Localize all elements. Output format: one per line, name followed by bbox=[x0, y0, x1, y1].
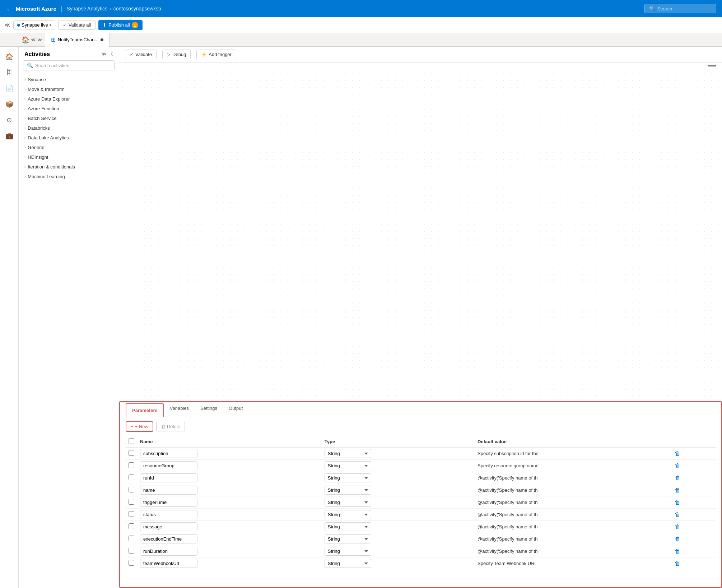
param-type-select-0[interactable]: StringIntFloatBoolArrayObjectSecureStrin… bbox=[325, 449, 371, 458]
param-name-input-5[interactable] bbox=[140, 510, 197, 519]
row-checkbox-5[interactable] bbox=[129, 511, 134, 517]
delete-row-btn-6[interactable]: 🗑 bbox=[672, 523, 683, 531]
activity-group-azure-function[interactable]: › Azure Function bbox=[19, 104, 119, 114]
delete-row-btn-3[interactable]: 🗑 bbox=[672, 486, 683, 494]
row-checkbox-7[interactable] bbox=[129, 536, 134, 541]
param-default-value-3: @activity('Specify name of th bbox=[475, 484, 669, 496]
activity-group-general[interactable]: › General bbox=[19, 143, 119, 152]
environment-selector[interactable]: Synapse live ▾ bbox=[13, 20, 55, 29]
param-name-input-6[interactable] bbox=[140, 522, 197, 531]
tab-parameters[interactable]: Parameters bbox=[126, 403, 164, 417]
param-name-input-4[interactable] bbox=[140, 498, 197, 507]
delete-row-btn-0[interactable]: 🗑 bbox=[672, 450, 683, 457]
activity-group-synapse[interactable]: › Synapse bbox=[19, 75, 119, 84]
param-type-select-1[interactable]: StringIntFloatBoolArrayObjectSecureStrin… bbox=[325, 461, 371, 470]
table-row: StringIntFloatBoolArrayObjectSecureStrin… bbox=[126, 496, 716, 509]
validate-label: Validate bbox=[135, 52, 152, 57]
database-sidebar-btn[interactable]: 🗄 bbox=[2, 65, 17, 80]
row-checkbox-3[interactable] bbox=[129, 487, 134, 492]
activity-group-data-explorer[interactable]: › Azure Data Explorer bbox=[19, 94, 119, 104]
delete-row-btn-8[interactable]: 🗑 bbox=[672, 547, 683, 555]
nav-collapse-icon[interactable]: ≪ ≫ bbox=[31, 37, 42, 42]
tab-output[interactable]: Output bbox=[223, 402, 248, 417]
param-type-select-4[interactable]: StringIntFloatBoolArrayObjectSecureStrin… bbox=[325, 498, 371, 507]
breadcrumb-synapse[interactable]: Synapse Analytics bbox=[66, 6, 107, 11]
monitor-sidebar-btn[interactable]: ⊙ bbox=[2, 113, 17, 127]
row-checkbox-0[interactable] bbox=[129, 450, 134, 456]
activity-group-batch[interactable]: › Batch Service bbox=[19, 114, 119, 123]
brand-logo: Microsoft Azure bbox=[6, 5, 56, 12]
table-row: StringIntFloatBoolArrayObjectSecureStrin… bbox=[126, 509, 716, 521]
activity-group-ml[interactable]: › Machine Learning bbox=[19, 172, 119, 181]
validate-button[interactable]: ✓ Validate bbox=[125, 50, 157, 59]
tab-variables[interactable]: Variables bbox=[164, 402, 195, 417]
param-name-input-7[interactable] bbox=[140, 534, 197, 543]
row-checkbox-1[interactable] bbox=[129, 462, 134, 468]
param-default-value-1: Specify resource group name bbox=[475, 460, 669, 472]
pipeline-canvas[interactable] bbox=[119, 62, 722, 401]
param-type-select-5[interactable]: StringIntFloatBoolArrayObjectSecureStrin… bbox=[325, 510, 371, 519]
brand-name: Microsoft Azure bbox=[16, 6, 56, 12]
param-type-select-9[interactable]: StringIntFloatBoolArrayObjectSecureStrin… bbox=[325, 559, 371, 568]
publish-count-badge: 1 bbox=[132, 22, 138, 28]
tab-settings[interactable]: Settings bbox=[195, 402, 223, 417]
delete-row-btn-4[interactable]: 🗑 bbox=[672, 499, 683, 506]
param-type-select-8[interactable]: StringIntFloatBoolArrayObjectSecureStrin… bbox=[325, 547, 371, 556]
publish-all-label: Publish all bbox=[108, 22, 130, 28]
doc-sidebar-btn[interactable]: 📄 bbox=[2, 81, 17, 96]
activities-search-box[interactable]: 🔍 bbox=[23, 60, 115, 70]
param-type-select-6[interactable]: StringIntFloatBoolArrayObjectSecureStrin… bbox=[325, 522, 371, 531]
select-all-checkbox[interactable] bbox=[129, 438, 134, 444]
row-checkbox-6[interactable] bbox=[129, 523, 134, 529]
delete-row-btn-9[interactable]: 🗑 bbox=[672, 560, 683, 567]
param-name-input-8[interactable] bbox=[140, 547, 197, 556]
row-checkbox-2[interactable] bbox=[129, 474, 134, 480]
layers-sidebar-btn[interactable]: 📦 bbox=[2, 97, 17, 111]
publish-all-button[interactable]: ⬆ Publish all 1 bbox=[98, 20, 142, 30]
delete-row-btn-2[interactable]: 🗑 bbox=[672, 474, 683, 482]
pipeline-tab[interactable]: ⊞ NotifyTeamsChan... bbox=[45, 33, 110, 47]
debug-button[interactable]: ▷ Debug bbox=[162, 50, 191, 59]
activity-group-data-lake[interactable]: › Data Lake Analytics bbox=[19, 133, 119, 143]
briefcase-sidebar-btn[interactable]: 💼 bbox=[2, 129, 17, 143]
delete-parameter-button[interactable]: 🗑 Delete bbox=[156, 422, 185, 431]
delete-row-btn-7[interactable]: 🗑 bbox=[672, 535, 683, 543]
param-name-input-9[interactable] bbox=[140, 559, 197, 568]
minimize-panel-btn[interactable] bbox=[708, 65, 716, 66]
add-trigger-label: Add trigger bbox=[209, 52, 232, 57]
activity-group-iteration[interactable]: › Iteration & conditionals bbox=[19, 162, 119, 172]
activities-search-input[interactable] bbox=[35, 63, 111, 68]
chevron-right-icon: › bbox=[24, 136, 25, 140]
param-name-input-1[interactable] bbox=[140, 461, 197, 470]
home-icon[interactable]: 🏠 bbox=[22, 36, 29, 44]
param-type-select-7[interactable]: StringIntFloatBoolArrayObjectSecureStrin… bbox=[325, 534, 371, 543]
param-name-input-2[interactable] bbox=[140, 473, 197, 482]
delete-row-btn-1[interactable]: 🗑 bbox=[672, 462, 683, 469]
global-search[interactable]: 🔍 bbox=[644, 4, 716, 13]
activities-header: Activities ≫ 《 bbox=[19, 51, 119, 60]
breadcrumb-workspace[interactable]: contososynapsewksp bbox=[113, 6, 161, 11]
delete-row-btn-5[interactable]: 🗑 bbox=[672, 511, 683, 518]
chevron-right-icon: › bbox=[24, 78, 25, 82]
expand-icon[interactable]: ≫ bbox=[101, 51, 107, 57]
param-type-select-3[interactable]: StringIntFloatBoolArrayObjectSecureStrin… bbox=[325, 486, 371, 495]
new-parameter-button[interactable]: + + New bbox=[126, 421, 153, 432]
search-input[interactable] bbox=[657, 6, 712, 11]
collapse-left-icon[interactable]: ≪ bbox=[4, 22, 10, 28]
home-sidebar-btn[interactable]: 🏠 bbox=[2, 50, 17, 64]
row-checkbox-9[interactable] bbox=[129, 560, 134, 566]
activity-group-databricks[interactable]: › Databricks bbox=[19, 123, 119, 133]
collapse-icon[interactable]: 《 bbox=[108, 51, 113, 57]
param-name-input-3[interactable] bbox=[140, 486, 197, 495]
row-checkbox-8[interactable] bbox=[129, 548, 134, 554]
bottom-panel: Parameters Variables Settings Output + + bbox=[119, 401, 722, 588]
param-type-select-2[interactable]: StringIntFloatBoolArrayObjectSecureStrin… bbox=[325, 473, 371, 482]
activity-group-hdinsight[interactable]: › HDInsight bbox=[19, 152, 119, 162]
param-name-input-0[interactable] bbox=[140, 449, 197, 458]
activity-group-move-transform[interactable]: › Move & transform bbox=[19, 84, 119, 94]
activities-controls: ≫ 《 bbox=[101, 51, 113, 57]
row-checkbox-4[interactable] bbox=[129, 499, 134, 505]
play-icon: ▷ bbox=[167, 52, 171, 57]
add-trigger-button[interactable]: ⚡ Add trigger bbox=[196, 50, 236, 59]
validate-all-button[interactable]: ✓ Validate all bbox=[58, 20, 96, 30]
